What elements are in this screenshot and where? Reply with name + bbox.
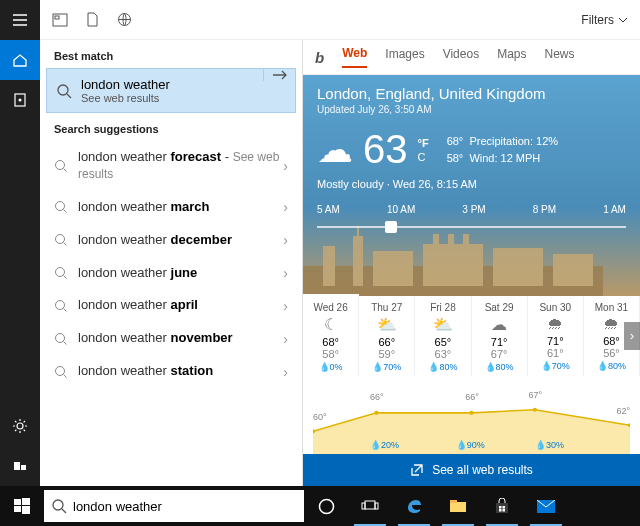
weather-icon: 🌧 — [530, 315, 581, 333]
bing-tab-maps[interactable]: Maps — [497, 47, 526, 67]
svg-point-30 — [533, 408, 537, 412]
suggestion-item[interactable]: london weather december› — [40, 224, 302, 257]
cortana-icon[interactable] — [304, 486, 348, 526]
documents-scope-icon[interactable] — [86, 12, 99, 27]
timeline-label: 1 AM — [603, 204, 626, 215]
settings-icon[interactable] — [0, 406, 40, 446]
bing-tab-news[interactable]: News — [544, 47, 574, 67]
svg-point-1 — [19, 99, 22, 102]
svg-point-15 — [56, 366, 65, 375]
open-icon — [410, 463, 424, 477]
suggestion-item[interactable]: london weather april› — [40, 289, 302, 322]
svg-point-14 — [56, 333, 65, 342]
chevron-right-icon: › — [283, 158, 288, 174]
suggestion-item[interactable]: london weather march› — [40, 191, 302, 224]
search-input[interactable] — [73, 499, 296, 514]
suggestion-item[interactable]: london weather forecast - See web result… — [40, 141, 302, 191]
forecast-day[interactable]: Thu 27⛅66°59°💧70% — [359, 296, 415, 376]
forecast-day[interactable]: Sat 29☁71°67°💧80% — [472, 296, 528, 376]
svg-rect-39 — [362, 503, 365, 509]
chevron-right-icon: › — [283, 265, 288, 281]
bing-tab-web[interactable]: Web — [342, 46, 367, 68]
svg-point-12 — [56, 268, 65, 277]
cortana-rail — [0, 0, 40, 486]
weather-updated: Updated July 26, 3:50 AM — [317, 104, 626, 115]
svg-rect-43 — [496, 503, 508, 513]
start-button[interactable] — [0, 486, 44, 526]
svg-point-11 — [56, 235, 65, 244]
svg-rect-46 — [499, 509, 502, 512]
search-icon — [54, 159, 78, 173]
arrow-right-icon[interactable] — [263, 69, 295, 81]
chevron-right-icon: › — [283, 199, 288, 215]
taskbar — [0, 486, 640, 526]
svg-rect-41 — [450, 502, 466, 512]
search-icon — [54, 365, 78, 379]
filters-button[interactable]: Filters — [581, 13, 628, 27]
current-temp: 63 — [363, 127, 408, 172]
svg-point-29 — [469, 411, 473, 415]
temp-units[interactable]: °FC — [418, 136, 429, 165]
svg-point-37 — [319, 499, 333, 513]
web-scope-icon[interactable] — [117, 12, 132, 27]
notebook-icon[interactable] — [0, 80, 40, 120]
best-match-heading: Best match — [40, 40, 302, 68]
temp-chart: 60° 66° 66° 67° 62° 💧20% 💧90% 💧30% — [313, 382, 630, 454]
see-all-results-button[interactable]: See all web results — [303, 454, 640, 486]
forecast-next-icon[interactable]: › — [624, 322, 640, 350]
suggestion-item[interactable]: london weather november› — [40, 322, 302, 355]
taskbar-search[interactable] — [44, 490, 304, 522]
weather-card: London, England, United Kingdom Updated … — [303, 75, 640, 296]
svg-rect-47 — [503, 509, 506, 512]
slider-knob[interactable] — [385, 221, 397, 233]
taskview-icon[interactable] — [348, 486, 392, 526]
svg-point-9 — [56, 160, 65, 169]
mail-icon[interactable] — [524, 486, 568, 526]
weather-icon: ⛅ — [417, 315, 468, 334]
suggestion-item[interactable]: london weather station› — [40, 355, 302, 388]
feedback-icon[interactable] — [0, 446, 40, 486]
chevron-right-icon: › — [283, 298, 288, 314]
explorer-icon[interactable] — [436, 486, 480, 526]
svg-point-28 — [374, 411, 378, 415]
weather-location: London, England, United Kingdom — [317, 85, 626, 102]
svg-rect-4 — [21, 465, 26, 470]
store-icon[interactable] — [480, 486, 524, 526]
svg-rect-33 — [22, 498, 30, 505]
timeline-label: 8 PM — [533, 204, 556, 215]
timeline-label: 5 AM — [317, 204, 340, 215]
weather-description: Mostly cloudy · Wed 26, 8:15 AM — [303, 178, 640, 190]
bing-tab-images[interactable]: Images — [385, 47, 424, 67]
search-icon — [52, 499, 67, 514]
apps-scope-icon[interactable] — [52, 13, 68, 27]
search-icon — [54, 233, 78, 247]
precip-label: Precipitation: 12% — [469, 135, 558, 147]
svg-rect-32 — [14, 499, 21, 505]
today-high: 68° — [447, 135, 464, 147]
best-match-subtitle: See web results — [81, 92, 263, 104]
bing-tab-videos[interactable]: Videos — [443, 47, 479, 67]
menu-icon[interactable] — [0, 0, 40, 40]
hourly-slider[interactable]: 5 AM10 AM3 PM8 PM1 AM — [317, 204, 626, 244]
chevron-right-icon: › — [283, 232, 288, 248]
home-icon[interactable] — [0, 40, 40, 80]
best-match-item[interactable]: london weather See web results — [46, 68, 296, 113]
edge-icon[interactable] — [392, 486, 436, 526]
svg-rect-6 — [55, 16, 59, 19]
forecast-day[interactable]: Fri 28⛅65°63°💧80% — [415, 296, 471, 376]
suggestion-item[interactable]: london weather june› — [40, 257, 302, 290]
forecast-day[interactable]: Sun 30🌧71°61°💧70% — [528, 296, 584, 376]
search-icon — [54, 266, 78, 280]
results-pane: Best match london weather See web result… — [40, 40, 303, 486]
today-low: 58° — [447, 152, 464, 164]
wind-label: Wind: 12 MPH — [469, 152, 540, 164]
search-icon — [54, 332, 78, 346]
svg-point-8 — [58, 85, 68, 95]
forecast-day[interactable]: Wed 26☾68°58°💧0% — [303, 296, 359, 376]
svg-rect-17 — [323, 246, 335, 286]
cloud-icon: ☁ — [317, 129, 353, 171]
svg-point-36 — [53, 500, 63, 510]
svg-rect-38 — [365, 501, 375, 509]
chevron-right-icon: › — [283, 331, 288, 347]
weather-icon: ☾ — [305, 315, 356, 334]
